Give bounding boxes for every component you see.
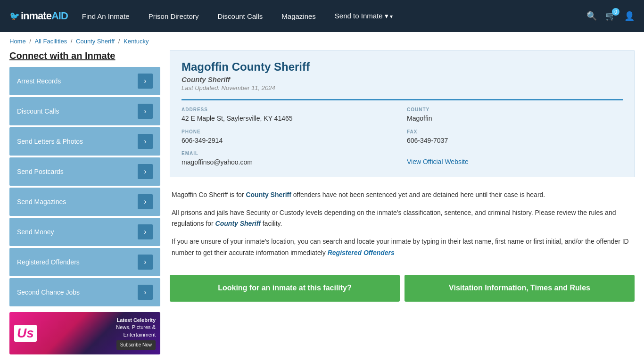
county-label: COUNTY bbox=[407, 107, 623, 112]
description-para2: All prisons and jails have Security or C… bbox=[172, 207, 633, 230]
user-icon[interactable]: 👤 bbox=[624, 11, 635, 21]
chevron-right-icon: › bbox=[138, 194, 153, 209]
sidebar-item-registered-offenders[interactable]: Registered Offenders › bbox=[9, 248, 160, 276]
main-container: Connect with an Inmate Arrest Records › … bbox=[0, 50, 644, 362]
sidebar-title: Connect with an Inmate bbox=[9, 50, 160, 61]
facility-description: Magoffin Co Sheriff is for County Sherif… bbox=[170, 185, 635, 270]
nav-discount-calls[interactable]: Discount Calls bbox=[217, 12, 263, 20]
content: Magoffin County Sheriff County Sheriff L… bbox=[170, 50, 635, 354]
header: 🐦 inmateAID Find An Inmate Prison Direct… bbox=[0, 0, 644, 32]
sidebar-item-arrest-records[interactable]: Arrest Records › bbox=[9, 67, 160, 95]
cart-badge: 0 bbox=[612, 8, 619, 16]
chevron-right-icon: › bbox=[138, 285, 153, 300]
bottom-buttons: Looking for an inmate at this facility? … bbox=[170, 275, 635, 302]
facility-details: ADDRESS 42 E Maple St, Saylersville, KY … bbox=[182, 99, 623, 167]
ad-text: Latest Celebrity News, Pictures & Entert… bbox=[41, 317, 156, 350]
fax-label: FAX bbox=[407, 129, 623, 134]
chevron-right-icon: › bbox=[138, 255, 153, 270]
breadcrumb-sep2: / bbox=[71, 38, 74, 45]
cart-icon[interactable]: 🛒 0 bbox=[605, 11, 616, 21]
address-block: ADDRESS 42 E Maple St, Saylersville, KY … bbox=[182, 107, 397, 123]
county-block: COUNTY Magoffin bbox=[407, 107, 623, 123]
sidebar-item-send-postcards[interactable]: Send Postcards › bbox=[9, 157, 160, 186]
breadcrumb-sep3: / bbox=[118, 38, 122, 45]
website-block: View Official Website bbox=[407, 151, 623, 167]
phone-label: PHONE bbox=[182, 129, 397, 134]
facility-type: County Sheriff bbox=[182, 75, 623, 83]
email-label: EMAIL bbox=[182, 151, 397, 156]
fax-value: 606-349-7037 bbox=[407, 136, 623, 146]
search-icon[interactable]: 🔍 bbox=[586, 11, 597, 21]
address-label: ADDRESS bbox=[182, 107, 397, 112]
sidebar: Connect with an Inmate Arrest Records › … bbox=[9, 50, 160, 354]
chevron-right-icon: › bbox=[138, 134, 153, 149]
registered-offenders-link[interactable]: Registered Offenders bbox=[328, 249, 395, 256]
county-sheriff-highlight-2: County Sheriff bbox=[215, 220, 261, 227]
breadcrumb-county-sheriff[interactable]: County Sheriff bbox=[76, 38, 115, 45]
sidebar-item-discount-calls[interactable]: Discount Calls › bbox=[9, 97, 160, 125]
breadcrumb-sep1: / bbox=[29, 38, 33, 45]
chevron-right-icon: › bbox=[138, 224, 153, 239]
description-para3: If you are unsure of your inmate's locat… bbox=[172, 236, 633, 259]
sidebar-item-send-letters[interactable]: Send Letters & Photos › bbox=[9, 127, 160, 156]
logo-text: inmateAID bbox=[21, 10, 68, 22]
sidebar-item-send-magazines[interactable]: Send Magazines › bbox=[9, 188, 160, 216]
nav-find-inmate[interactable]: Find An Inmate bbox=[82, 12, 130, 20]
sidebar-item-second-chance-jobs[interactable]: Second Chance Jobs › bbox=[9, 278, 160, 306]
find-inmate-button[interactable]: Looking for an inmate at this facility? bbox=[170, 275, 400, 302]
email-value: magoffinso@yahoo.com bbox=[182, 158, 397, 167]
address-value: 42 E Maple St, Saylersville, KY 41465 bbox=[182, 114, 397, 123]
chevron-right-icon: › bbox=[138, 104, 153, 119]
official-website-link[interactable]: View Official Website bbox=[407, 158, 469, 165]
main-nav: Find An Inmate Prison Directory Discount… bbox=[82, 12, 586, 20]
header-icons: 🔍 🛒 0 👤 bbox=[586, 11, 635, 21]
nav-magazines[interactable]: Magazines bbox=[281, 12, 316, 20]
facility-name: Magoffin County Sheriff bbox=[182, 60, 623, 74]
fax-block: FAX 606-349-7037 bbox=[407, 129, 623, 146]
email-block: EMAIL magoffinso@yahoo.com bbox=[182, 151, 397, 167]
breadcrumb-home[interactable]: Home bbox=[9, 38, 26, 45]
advertisement[interactable]: Us Latest Celebrity News, Pictures & Ent… bbox=[9, 312, 160, 354]
facility-card: Magoffin County Sheriff County Sheriff L… bbox=[170, 50, 635, 177]
breadcrumb-all-facilities[interactable]: All Facilities bbox=[35, 38, 67, 45]
chevron-right-icon: › bbox=[138, 74, 153, 89]
phone-block: PHONE 606-349-2914 bbox=[182, 129, 397, 146]
logo[interactable]: 🐦 inmateAID bbox=[9, 10, 68, 22]
nav-send-to-inmate[interactable]: Send to Inmate ▾ bbox=[335, 12, 393, 20]
facility-updated: Last Updated: November 11, 2024 bbox=[182, 84, 623, 91]
county-sheriff-highlight-1: County Sheriff bbox=[246, 191, 291, 198]
breadcrumb-kentucky[interactable]: Kentucky bbox=[124, 38, 149, 45]
nav-prison-directory[interactable]: Prison Directory bbox=[149, 12, 199, 20]
description-para1: Magoffin Co Sheriff is for County Sherif… bbox=[172, 189, 633, 201]
logo-bird-icon: 🐦 bbox=[9, 11, 20, 21]
phone-value: 606-349-2914 bbox=[182, 136, 397, 146]
ad-logo: Us bbox=[14, 325, 37, 342]
chevron-right-icon: › bbox=[138, 164, 153, 179]
sidebar-item-send-money[interactable]: Send Money › bbox=[9, 218, 160, 246]
county-value: Magoffin bbox=[407, 114, 623, 123]
breadcrumb: Home / All Facilities / County Sheriff /… bbox=[0, 32, 644, 50]
website-spacer bbox=[407, 151, 623, 156]
visitation-button[interactable]: Visitation Information, Times and Rules bbox=[405, 275, 635, 302]
